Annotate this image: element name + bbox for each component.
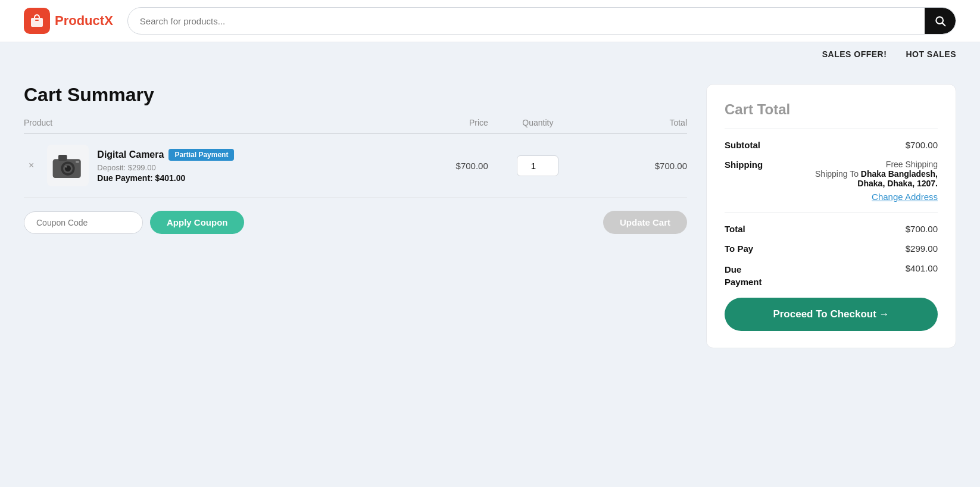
coupon-input[interactable] xyxy=(24,211,143,234)
cart-title: Cart Summary xyxy=(24,84,687,106)
svg-rect-0 xyxy=(31,18,43,27)
cart-total-title: Cart Total xyxy=(725,101,938,118)
checkout-button[interactable]: Proceed To Checkout → xyxy=(725,298,938,331)
coupon-row: Apply Coupon Update Cart xyxy=(24,211,687,234)
change-address-link[interactable]: Change Address xyxy=(725,192,938,202)
logo-icon xyxy=(24,8,50,34)
cart-total-sidebar: Cart Total Subtotal $700.00 Shipping Fre… xyxy=(706,84,956,348)
col-total: Total xyxy=(588,118,687,134)
to-pay-label: To Pay xyxy=(725,244,753,254)
table-row: × xyxy=(24,134,687,198)
cart-section: Cart Summary Product Price Quantity Tota… xyxy=(24,84,687,234)
search-bar xyxy=(127,7,956,35)
total-label: Total xyxy=(725,224,745,234)
to-pay-row: To Pay $299.00 xyxy=(725,244,938,254)
svg-line-3 xyxy=(942,23,945,26)
subtotal-row: Subtotal $700.00 xyxy=(725,140,938,150)
product-name: Digital Camera Partial Payment xyxy=(97,149,234,161)
free-shipping-text: Free Shipping xyxy=(795,160,938,169)
svg-rect-5 xyxy=(58,155,67,161)
divider-2 xyxy=(725,213,938,213)
nav-item-hot-sales[interactable]: HOT SALES xyxy=(906,49,956,59)
search-button[interactable] xyxy=(925,8,956,34)
divider xyxy=(725,129,938,129)
subtotal-label: Subtotal xyxy=(725,140,760,150)
subtotal-value: $700.00 xyxy=(906,140,938,150)
shipping-row: Shipping Free Shipping Shipping To Dhaka… xyxy=(725,160,938,188)
total-value: $700.00 xyxy=(906,224,938,234)
remove-item-button[interactable]: × xyxy=(24,161,39,170)
product-price: $700.00 xyxy=(389,134,488,198)
logo-text: ProductX xyxy=(55,13,113,29)
col-quantity: Quantity xyxy=(488,118,588,134)
cart-table: Product Price Quantity Total × xyxy=(24,118,687,198)
svg-point-9 xyxy=(65,166,67,168)
header: ProductX xyxy=(0,0,980,42)
svg-rect-10 xyxy=(76,161,79,163)
logo[interactable]: ProductX xyxy=(24,8,113,34)
search-icon xyxy=(934,15,946,27)
product-due: Due Payment: $401.00 xyxy=(97,173,234,183)
svg-rect-1 xyxy=(35,20,39,21)
nav-item-sales-offer[interactable]: SALES OFFER! xyxy=(822,49,887,59)
apply-coupon-button[interactable]: Apply Coupon xyxy=(150,211,244,234)
col-product: Product xyxy=(24,118,389,134)
nav-bar: SALES OFFER! HOT SALES xyxy=(0,42,980,66)
due-payment-label: Due Payment xyxy=(725,263,772,288)
shipping-label: Shipping xyxy=(725,160,763,170)
quantity-cell xyxy=(488,134,588,198)
search-input[interactable] xyxy=(128,10,925,32)
shipping-address-text: Shipping To Dhaka Bangladesh, Dhaka, Dha… xyxy=(795,169,938,188)
partial-payment-badge: Partial Payment xyxy=(168,149,234,161)
product-deposit: Deposit: $299.00 xyxy=(97,163,234,172)
total-row: Total $700.00 xyxy=(725,224,938,234)
due-payment-value: $401.00 xyxy=(906,263,938,273)
product-cell: × xyxy=(24,145,389,186)
product-info: Digital Camera Partial Payment Deposit: … xyxy=(97,149,234,183)
shipping-details: Free Shipping Shipping To Dhaka Banglade… xyxy=(795,160,938,188)
update-cart-button[interactable]: Update Cart xyxy=(603,211,687,234)
product-thumbnail xyxy=(47,145,89,186)
to-pay-value: $299.00 xyxy=(906,244,938,254)
due-payment-row: Due Payment $401.00 xyxy=(725,263,938,288)
main-content: Cart Summary Product Price Quantity Tota… xyxy=(0,66,980,366)
col-price: Price xyxy=(389,118,488,134)
quantity-input[interactable] xyxy=(517,155,558,176)
product-total: $700.00 xyxy=(588,134,687,198)
